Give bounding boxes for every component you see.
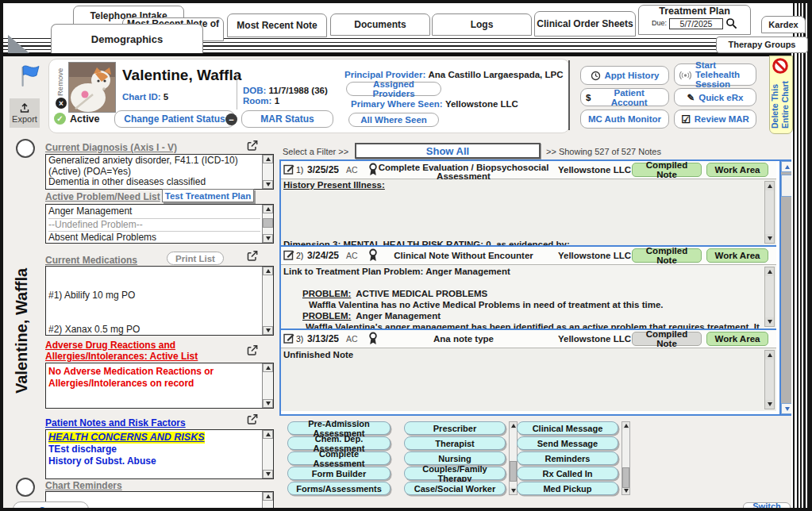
open-note-icon[interactable]: [283, 249, 294, 262]
chart-reminders-section-radio[interactable]: [16, 478, 35, 497]
quick-buttons-scrollbar[interactable]: [622, 421, 630, 495]
start-telehealth-button[interactable]: Start Telehealth Session: [674, 63, 756, 86]
quick-button[interactable]: Send Message: [517, 436, 618, 450]
tab-most-recent-note[interactable]: Most Recent Note: [227, 13, 327, 37]
scroll-thumb[interactable]: [510, 461, 517, 482]
quick-button[interactable]: Complete Assessment: [287, 451, 391, 465]
risk-launch-icon[interactable]: [246, 413, 259, 429]
tab-therapy-groups[interactable]: Therapy Groups: [716, 36, 808, 53]
filter-show-all-button[interactable]: Show All: [355, 143, 541, 159]
tab-clinical-order-sheets[interactable]: Clinical Order Sheets: [534, 11, 636, 36]
scroll-up-button[interactable]: [263, 430, 273, 439]
treatment-plan-due-input[interactable]: [669, 18, 723, 29]
note-preview[interactable]: History Present Illness: Dimension 3: ME…: [281, 179, 776, 245]
test-treatment-plan-button[interactable]: Test Treatment Plan: [162, 189, 254, 202]
supp-button[interactable]: Supp: [13, 501, 89, 511]
quick-button[interactable]: Reminders: [517, 451, 618, 465]
quick-button[interactable]: Prescriber: [404, 421, 506, 435]
scroll-down-button[interactable]: [765, 400, 774, 409]
work-area-button[interactable]: Work Area: [706, 332, 768, 346]
diagnosis-listbox[interactable]: Generalized anxiety disorder, F41.1 (ICD…: [45, 154, 274, 190]
adverse-scrollbar[interactable]: [262, 363, 273, 408]
scroll-up-button[interactable]: [263, 205, 273, 213]
review-mar-button[interactable]: ☑ Review MAR: [674, 110, 756, 129]
scroll-down-button[interactable]: [765, 317, 774, 326]
mar-status-button[interactable]: MAR Status: [241, 110, 333, 128]
assigned-providers-button[interactable]: Assigned Providers: [346, 82, 441, 96]
export-button[interactable]: Export: [10, 98, 40, 128]
diagnosis-section-radio[interactable]: [16, 139, 35, 158]
quick-button[interactable]: Nursing: [404, 451, 506, 465]
compiled-note-button[interactable]: Compiled Note: [632, 248, 702, 263]
mc-auth-monitor-button[interactable]: MC Auth Monitor: [580, 110, 669, 129]
scroll-down-button[interactable]: [263, 180, 273, 189]
quick-button[interactable]: Med Pickup: [517, 482, 618, 495]
risk-item[interactable]: TEst discharge: [48, 444, 260, 455]
note-scrollbar[interactable]: [764, 181, 775, 244]
quick-button[interactable]: Therapist: [404, 436, 506, 450]
patient-account-button[interactable]: $ Patient Account: [580, 88, 669, 106]
work-area-button[interactable]: Work Area: [706, 163, 768, 177]
note-preview[interactable]: Unfinished Note: [281, 348, 776, 411]
adverse-launch-icon[interactable]: [246, 344, 259, 360]
scroll-up-button[interactable]: [510, 422, 517, 429]
scroll-up-button[interactable]: [765, 351, 774, 359]
search-icon[interactable]: [725, 17, 737, 29]
problem-item[interactable]: --Undefined Problem--: [48, 219, 260, 232]
problem-scrollbar[interactable]: [262, 205, 273, 243]
scroll-down-button[interactable]: [263, 234, 273, 243]
compiled-note-button[interactable]: Compiled Note: [632, 163, 702, 177]
chart-reminders-scrollbar[interactable]: [262, 492, 273, 511]
problem-listbox[interactable]: Anger Management --Undefined Problem-- A…: [45, 204, 274, 244]
open-note-icon[interactable]: [283, 163, 294, 176]
diagnosis-item[interactable]: Generalized anxiety disorder, F41.1 (ICD…: [48, 156, 260, 177]
scroll-up-button[interactable]: [765, 182, 774, 190]
scroll-up-button[interactable]: [765, 267, 774, 276]
quick-button[interactable]: Chem. Dep. Assessment: [287, 436, 391, 450]
flag-icon[interactable]: [19, 64, 40, 91]
note-preview[interactable]: Link to Treatment Plan Problem: Anger Ma…: [281, 264, 776, 328]
scroll-up-button[interactable]: [622, 422, 629, 429]
scroll-up-button[interactable]: [263, 267, 273, 275]
quick-button[interactable]: Couples/Family Therapy: [404, 467, 506, 480]
adverse-listbox[interactable]: No Adverse Medication Reactions or Aller…: [45, 363, 274, 409]
all-where-seen-button[interactable]: All Where Seen: [348, 113, 439, 127]
scroll-down-button[interactable]: [263, 399, 273, 408]
diagnosis-scrollbar[interactable]: [262, 155, 273, 189]
collapse-minus-icon[interactable]: −: [225, 113, 237, 125]
remove-photo-icon[interactable]: ×: [56, 98, 67, 109]
medications-scrollbar[interactable]: [262, 267, 273, 335]
scroll-up-button[interactable]: [263, 155, 273, 163]
open-note-icon[interactable]: [283, 332, 294, 345]
risk-item[interactable]: History of Subst. Abuse: [48, 455, 260, 467]
scroll-thumb[interactable]: [263, 218, 273, 228]
tab-treatment-plan[interactable]: Treatment Plan Due:: [638, 5, 751, 35]
scroll-down-button[interactable]: [622, 487, 629, 494]
medication-item[interactable]: #2) Xanax 0.5 mg PO: [48, 324, 260, 335]
scroll-up-button[interactable]: [263, 492, 273, 501]
note-scrollbar[interactable]: [764, 350, 775, 409]
note-scrollbar[interactable]: [764, 267, 775, 327]
quick-erx-button[interactable]: ✎ Quick eRx: [674, 88, 756, 106]
risk-highlight[interactable]: HEALTH CONCERNS AND RISKS: [48, 432, 205, 444]
work-area-button[interactable]: Work Area: [706, 248, 768, 263]
patient-photo[interactable]: [68, 62, 116, 113]
diagnosis-launch-icon[interactable]: [246, 140, 259, 156]
diagnosis-item[interactable]: Dementia in other diseases classified: [48, 177, 260, 188]
note-row[interactable]: 1) 3/25/25 AC Complete Evaluation / Biop…: [281, 161, 776, 245]
compiled-note-button[interactable]: Compiled Note: [632, 332, 702, 346]
scroll-up-button[interactable]: [263, 363, 273, 372]
quick-button[interactable]: Clinical Message: [517, 421, 618, 435]
tab-logs[interactable]: Logs: [432, 13, 532, 36]
risk-scrollbar[interactable]: [262, 430, 273, 478]
problem-item[interactable]: Absent Medical Problems: [48, 232, 260, 243]
scroll-down-button[interactable]: [765, 234, 774, 243]
quick-button[interactable]: Pre-Admission Assessment: [287, 421, 391, 435]
note-row[interactable]: 3) 3/13/25 AC Ana note type Yellowstone …: [281, 328, 776, 411]
tab-demographics[interactable]: Demographics: [51, 24, 203, 53]
medication-item[interactable]: #1) Abilify 10 mg PO: [48, 290, 260, 301]
scroll-thumb[interactable]: [622, 467, 629, 488]
risk-listbox[interactable]: HEALTH CONCERNS AND RISKS TEst discharge…: [45, 429, 274, 479]
medications-listbox[interactable]: #1) Abilify 10 mg PO #2) Xanax 0.5 mg PO…: [45, 266, 274, 336]
appt-history-button[interactable]: Appt History: [580, 66, 669, 85]
